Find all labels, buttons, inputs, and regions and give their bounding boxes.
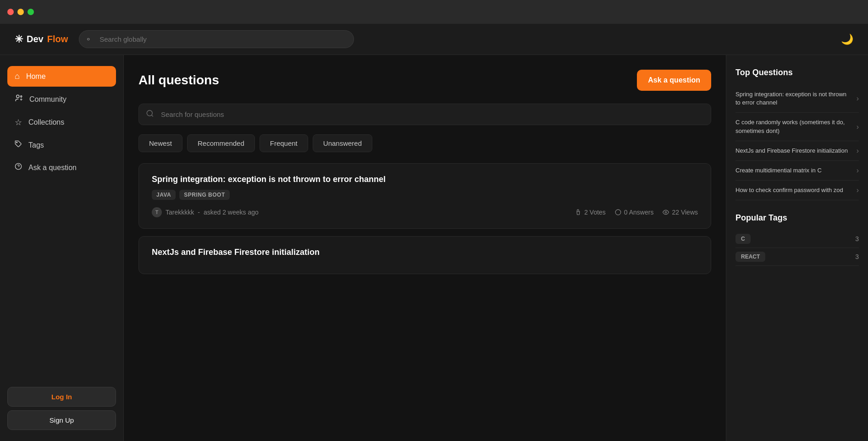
separator: -: [198, 209, 200, 216]
top-question-text: C code randomly works (sometimes it do, …: [735, 118, 857, 135]
svg-point-5: [147, 110, 152, 116]
answers-stat: 0 Answers: [615, 209, 654, 216]
question-asked-time: asked 2 weeks ago: [204, 209, 259, 216]
top-question-text: How to check confirm password with zod: [735, 186, 857, 194]
sidebar-item-community[interactable]: Community: [7, 88, 116, 110]
avatar: T: [152, 207, 162, 217]
questions-search-icon: [146, 109, 154, 120]
collections-icon: ☆: [15, 117, 22, 127]
filter-tab-newest[interactable]: Newest: [138, 134, 182, 152]
questions-search-input[interactable]: [138, 104, 711, 125]
svg-point-2: [17, 142, 17, 143]
svg-point-1: [21, 96, 22, 97]
global-search-input[interactable]: [79, 30, 354, 48]
top-question-item[interactable]: Spring integration: exception is not thr…: [735, 85, 859, 113]
ask-icon: [15, 163, 22, 172]
tags-icon: [15, 140, 22, 150]
votes-stat: 2 Votes: [575, 209, 606, 216]
filter-tabs: Newest Recommended Frequent Unanswered: [138, 134, 711, 152]
content-header: All questions Ask a question: [138, 70, 711, 91]
views-stat: 22 Views: [663, 209, 698, 216]
sidebar-item-tags[interactable]: Tags: [7, 135, 116, 155]
page-title: All questions: [138, 73, 219, 88]
questions-search: [138, 104, 711, 125]
question-card[interactable]: Spring integration: exception is not thr…: [138, 163, 711, 229]
popular-tags-section: Popular Tags C 3 REACT 3: [735, 213, 859, 266]
main-layout: ⌂ Home Community ☆ Collections Tags Ask …: [0, 55, 868, 441]
content-area: All questions Ask a question Newest Reco…: [124, 55, 726, 441]
question-author: Tarekkkkk: [166, 209, 194, 216]
filter-tab-unanswered[interactable]: Unanswered: [313, 134, 372, 152]
maximize-button[interactable]: [28, 9, 34, 15]
top-question-item[interactable]: How to check confirm password with zod ›: [735, 181, 859, 200]
popular-tag-label: REACT: [735, 252, 765, 262]
svg-point-7: [615, 209, 621, 215]
sidebar-item-label: Home: [26, 72, 46, 81]
svg-point-8: [665, 211, 667, 213]
views-count: 22 Views: [672, 209, 698, 216]
top-question-text: NextJs and Firebase Firestore initializa…: [735, 147, 857, 155]
signup-button[interactable]: Sign Up: [7, 410, 116, 430]
answers-count: 0 Answers: [624, 209, 654, 216]
theme-toggle-icon[interactable]: 🌙: [841, 33, 853, 45]
sidebar-item-ask[interactable]: Ask a question: [7, 157, 116, 178]
chevron-right-icon: ›: [857, 123, 859, 131]
sidebar: ⌂ Home Community ☆ Collections Tags Ask …: [0, 55, 124, 441]
sidebar-item-label: Collections: [28, 118, 64, 127]
tag[interactable]: JAVA: [152, 190, 176, 200]
login-button[interactable]: Log In: [7, 387, 116, 407]
question-meta: T Tarekkkkk - asked 2 weeks ago 2 Votes …: [152, 207, 698, 217]
search-icon: ⚬: [85, 35, 91, 44]
question-tags: JAVA SPRING BOOT: [152, 190, 698, 200]
sidebar-item-collections[interactable]: ☆ Collections: [7, 112, 116, 133]
home-icon: ⌂: [15, 72, 20, 81]
svg-point-0: [17, 95, 19, 98]
logo-dev: Dev: [27, 34, 44, 44]
votes-count: 2 Votes: [584, 209, 606, 216]
svg-line-6: [151, 115, 153, 116]
chevron-right-icon: ›: [857, 147, 859, 155]
chevron-right-icon: ›: [857, 186, 859, 194]
sidebar-bottom: Log In Sign Up: [7, 387, 116, 430]
top-question-item[interactable]: NextJs and Firebase Firestore initializa…: [735, 141, 859, 161]
top-question-text: Spring integration: exception is not thr…: [735, 90, 857, 107]
question-card[interactable]: NextJs and Firebase Firestore initializa…: [138, 236, 711, 274]
popular-tag-count: 3: [855, 253, 859, 260]
titlebar: [0, 0, 868, 24]
tag[interactable]: SPRING BOOT: [179, 190, 230, 200]
close-button[interactable]: [7, 9, 14, 15]
header: ✳ Dev Flow ⚬ 🌙: [0, 24, 868, 55]
community-icon: [15, 94, 23, 105]
sidebar-item-home[interactable]: ⌂ Home: [7, 66, 116, 87]
global-search: ⚬: [79, 30, 354, 48]
right-sidebar: Top Questions Spring integration: except…: [726, 55, 868, 441]
top-questions-title: Top Questions: [735, 68, 859, 77]
top-question-item[interactable]: Create multidimential matrix in C ›: [735, 161, 859, 181]
chevron-right-icon: ›: [857, 94, 859, 103]
logo-icon: ✳: [15, 33, 23, 45]
popular-tag-label: C: [735, 234, 751, 244]
minimize-button[interactable]: [17, 9, 24, 15]
popular-tag-item[interactable]: C 3: [735, 230, 859, 248]
top-question-item[interactable]: C code randomly works (sometimes it do, …: [735, 113, 859, 141]
ask-question-button[interactable]: Ask a question: [637, 70, 711, 91]
top-question-text: Create multidimential matrix in C: [735, 166, 857, 175]
chevron-right-icon: ›: [857, 166, 859, 175]
question-title: NextJs and Firebase Firestore initializa…: [152, 248, 698, 257]
sidebar-item-label: Community: [29, 95, 66, 104]
popular-tag-item[interactable]: REACT 3: [735, 248, 859, 266]
popular-tag-count: 3: [855, 235, 859, 243]
filter-tab-frequent[interactable]: Frequent: [260, 134, 308, 152]
logo-flow: Flow: [47, 34, 68, 44]
question-title: Spring integration: exception is not thr…: [152, 175, 698, 184]
popular-tags-title: Popular Tags: [735, 213, 859, 223]
logo[interactable]: ✳ Dev Flow: [15, 33, 68, 45]
meta-stats: 2 Votes 0 Answers 22 Views: [575, 209, 698, 216]
sidebar-item-label: Ask a question: [28, 164, 77, 172]
sidebar-item-label: Tags: [28, 141, 44, 149]
filter-tab-recommended[interactable]: Recommended: [187, 134, 255, 152]
